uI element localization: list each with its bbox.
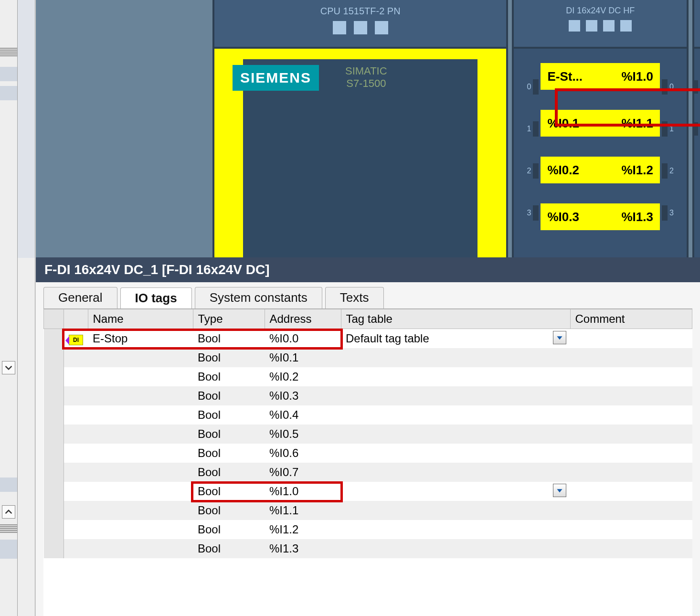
type-cell[interactable]: Bool	[193, 520, 265, 539]
tab-general[interactable]: General	[43, 287, 117, 308]
tagtable-cell[interactable]	[341, 501, 570, 520]
rownum-cell[interactable]	[44, 329, 64, 348]
tab-texts[interactable]: Texts	[325, 287, 384, 308]
address-cell[interactable]: %I0.7	[265, 463, 341, 482]
table-row[interactable]: Bool%I0.1	[44, 348, 692, 367]
rownum-cell[interactable]	[44, 463, 64, 482]
comment-cell[interactable]	[570, 444, 692, 463]
name-cell[interactable]	[88, 482, 193, 501]
tagtable-cell[interactable]	[341, 367, 570, 386]
channel-row[interactable]: %I0.3 %I1.3	[541, 203, 660, 230]
type-cell[interactable]: Bool	[193, 444, 265, 463]
type-cell[interactable]: Bool	[193, 482, 265, 501]
comment-cell[interactable]	[570, 520, 692, 539]
column-icon[interactable]	[64, 309, 88, 329]
type-cell[interactable]: Bool	[193, 425, 265, 444]
next-module-sliver[interactable]: 0 1	[692, 0, 700, 257]
name-cell[interactable]: E-Stop	[88, 329, 193, 348]
name-cell[interactable]	[88, 405, 193, 425]
dropdown-arrow-icon[interactable]	[553, 484, 566, 497]
address-cell[interactable]: %I1.3	[265, 539, 341, 558]
name-cell[interactable]	[88, 386, 193, 405]
name-cell[interactable]	[88, 463, 193, 482]
table-row[interactable]: Bool%I1.0	[44, 482, 692, 501]
tagtable-cell[interactable]	[341, 482, 570, 501]
rownum-cell[interactable]	[44, 425, 64, 444]
tagtable-cell[interactable]: Default tag table	[341, 329, 570, 348]
table-row[interactable]: Bool%I0.4	[44, 405, 692, 425]
address-cell[interactable]: %I0.2	[265, 367, 341, 386]
table-row[interactable]: Bool%I0.5	[44, 425, 692, 444]
column-address[interactable]: Address	[265, 309, 341, 329]
type-cell[interactable]: Bool	[193, 405, 265, 425]
table-row[interactable]: Bool%I0.6	[44, 444, 692, 463]
rail-gripper-icon[interactable]	[0, 524, 17, 533]
table-row[interactable]: Bool%I1.3	[44, 539, 692, 558]
name-cell[interactable]	[88, 539, 193, 558]
scroll-up-button[interactable]	[2, 505, 15, 519]
rownum-cell[interactable]	[44, 444, 64, 463]
tagtable-cell[interactable]	[341, 405, 570, 425]
comment-cell[interactable]	[570, 482, 692, 501]
address-cell[interactable]: %I0.3	[265, 386, 341, 405]
type-cell[interactable]: Bool	[193, 539, 265, 558]
address-cell[interactable]: %I1.0	[265, 482, 341, 501]
table-row[interactable]: DIE-StopBool%I0.0Default tag table	[44, 329, 692, 348]
name-cell[interactable]	[88, 520, 193, 539]
table-row[interactable]: Bool%I0.7	[44, 463, 692, 482]
tab-io-tags[interactable]: IO tags	[120, 287, 192, 309]
comment-cell[interactable]	[570, 463, 692, 482]
comment-cell[interactable]	[570, 348, 692, 367]
column-name[interactable]: Name	[88, 309, 193, 329]
rownum-cell[interactable]	[44, 482, 64, 501]
comment-cell[interactable]	[570, 425, 692, 444]
type-cell[interactable]: Bool	[193, 386, 265, 405]
rownum-cell[interactable]	[44, 405, 64, 425]
table-row[interactable]: Bool%I0.3	[44, 386, 692, 405]
comment-cell[interactable]	[570, 386, 692, 405]
table-row[interactable]: Bool%I1.1	[44, 501, 692, 520]
cpu-module[interactable]: CPU 1515TF-2 PN SIEMENS SIMATIC S7-1500	[212, 0, 508, 257]
name-cell[interactable]	[88, 425, 193, 444]
comment-cell[interactable]	[570, 329, 692, 348]
io-tags-table[interactable]: Name Type Address Tag table Comment DIE-…	[43, 308, 692, 616]
rownum-cell[interactable]	[44, 520, 64, 539]
type-cell[interactable]: Bool	[193, 367, 265, 386]
comment-cell[interactable]	[570, 539, 692, 558]
rownum-cell[interactable]	[44, 367, 64, 386]
address-cell[interactable]: %I0.6	[265, 444, 341, 463]
column-type[interactable]: Type	[193, 309, 265, 329]
name-cell[interactable]	[88, 367, 193, 386]
column-tagtable[interactable]: Tag table	[341, 309, 570, 329]
address-cell[interactable]: %I0.5	[265, 425, 341, 444]
address-cell[interactable]: %I1.1	[265, 501, 341, 520]
tab-system-constants[interactable]: System constants	[195, 287, 322, 308]
channel-row[interactable]: %I0.1 %I1.1	[541, 110, 660, 137]
type-cell[interactable]: Bool	[193, 348, 265, 367]
tagtable-cell[interactable]	[341, 539, 570, 558]
tagtable-cell[interactable]	[341, 444, 570, 463]
type-cell[interactable]: Bool	[193, 501, 265, 520]
tagtable-cell[interactable]	[341, 386, 570, 405]
rail-segment[interactable]	[0, 540, 17, 559]
dropdown-arrow-icon[interactable]	[553, 331, 566, 344]
di-module[interactable]: DI 16x24V DC HF 0 1 2 3	[512, 0, 689, 257]
scroll-down-button[interactable]	[2, 361, 15, 374]
tagtable-cell[interactable]	[341, 425, 570, 444]
channel-row[interactable]: E-St... %I1.0	[541, 63, 660, 90]
comment-cell[interactable]	[570, 367, 692, 386]
name-cell[interactable]	[88, 348, 193, 367]
address-cell[interactable]: %I0.1	[265, 348, 341, 367]
address-cell[interactable]: %I0.0	[265, 329, 341, 348]
name-cell[interactable]	[88, 444, 193, 463]
table-row[interactable]: Bool%I0.2	[44, 367, 692, 386]
rail-gripper-icon[interactable]	[0, 48, 17, 56]
name-cell[interactable]	[88, 501, 193, 520]
rownum-cell[interactable]	[44, 348, 64, 367]
rail-segment[interactable]	[0, 67, 17, 81]
rail-segment[interactable]	[0, 86, 17, 100]
rownum-cell[interactable]	[44, 501, 64, 520]
device-view[interactable]: CPU 1515TF-2 PN SIEMENS SIMATIC S7-1500	[36, 0, 700, 257]
table-row[interactable]: Bool%I1.2	[44, 520, 692, 539]
rail-segment[interactable]	[0, 478, 17, 492]
